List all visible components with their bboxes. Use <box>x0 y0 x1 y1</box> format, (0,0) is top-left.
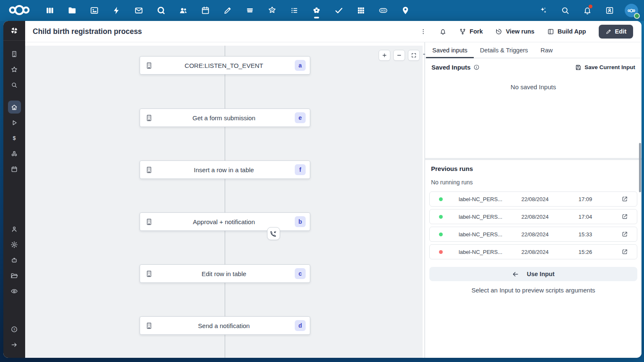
run-date: 22/08/2024 <box>512 214 558 220</box>
contacts-menu-button[interactable] <box>602 3 617 18</box>
info-icon[interactable] <box>473 64 480 70</box>
open-run-button[interactable] <box>613 213 637 220</box>
fit-view-button[interactable] <box>408 50 420 61</box>
sidebar-item-favorites[interactable] <box>8 63 21 76</box>
app-notes[interactable] <box>221 3 235 18</box>
flow-node-d[interactable]: Send a notificationd <box>140 316 310 335</box>
runs-list: label-NC_PERS...22/08/202417:09label-NC_… <box>429 191 637 262</box>
right-panel-tabs: Saved inputsDetails & TriggersRaw <box>425 42 641 58</box>
fork-label: Fork <box>470 28 483 35</box>
user-avatar[interactable] <box>625 4 638 17</box>
app-calendar[interactable] <box>198 3 213 18</box>
saved-inputs-section: Saved Inputs Save Current Input No saved… <box>425 58 641 158</box>
use-input-button[interactable]: Use Input <box>429 267 637 281</box>
run-label: label-NC_PERS... <box>449 231 512 238</box>
unified-search-button[interactable] <box>558 3 572 18</box>
sidebar-item-help[interactable]: ? <box>8 323 21 336</box>
dashboard-icon <box>45 6 55 15</box>
app-files[interactable] <box>65 3 79 18</box>
online-status-dot <box>634 13 640 19</box>
sidebar-item-runs[interactable] <box>8 116 21 129</box>
run-time: 15:26 <box>558 249 613 255</box>
building-icon <box>10 50 18 58</box>
help-icon: ? <box>10 326 18 333</box>
app-collectives[interactable]: C <box>265 3 279 18</box>
app-ocs[interactable]: OCS <box>376 3 390 18</box>
flow-node-b[interactable]: Approval + notificationb <box>140 212 310 231</box>
building-icon <box>145 62 153 70</box>
tab-saved-inputs[interactable]: Saved inputs <box>426 42 474 58</box>
search-icon <box>561 6 570 15</box>
app-tasks[interactable] <box>332 3 346 18</box>
nextcloud-topbar: COCS <box>0 0 644 21</box>
run-row[interactable]: label-NC_PERS...22/08/202417:09 <box>429 191 637 207</box>
no-running-runs-text: No running runs <box>431 179 637 186</box>
sidebar-item-variables[interactable]: $ <box>8 132 21 145</box>
sidebar-item-users[interactable] <box>8 223 21 236</box>
app-talk[interactable] <box>154 3 168 18</box>
app-forms[interactable] <box>287 3 301 18</box>
photos-icon <box>90 6 99 15</box>
app-maps[interactable] <box>398 3 413 18</box>
sidebar-item-expand-sidebar[interactable] <box>8 338 21 351</box>
build-app-label: Build App <box>558 28 586 35</box>
open-run-button[interactable] <box>613 231 637 238</box>
flow-canvas[interactable]: CORE:LISTEN_TO_EVENTaGet a form submissi… <box>25 42 424 358</box>
nextcloud-logo[interactable] <box>6 3 33 18</box>
sidebar-item-apps[interactable] <box>8 47 21 60</box>
app-dashboard[interactable] <box>43 3 57 18</box>
mail-icon <box>134 6 143 15</box>
app-windmill[interactable] <box>309 3 324 18</box>
previous-runs-heading: Previous runs <box>431 165 637 172</box>
arrow-left-icon <box>512 271 519 278</box>
mute-notifications-button[interactable] <box>439 28 447 35</box>
app-deck[interactable] <box>243 3 257 18</box>
sidebar-item-schedules[interactable] <box>8 163 21 176</box>
view-runs-button[interactable]: View runs <box>495 28 534 35</box>
svg-text:C: C <box>271 9 273 12</box>
run-row[interactable]: label-NC_PERS...22/08/202415:26 <box>429 244 637 259</box>
sidebar-item-search[interactable] <box>8 78 21 91</box>
flow-node-a[interactable]: CORE:LISTEN_TO_EVENTa <box>140 56 310 75</box>
run-row[interactable]: label-NC_PERS...22/08/202415:33 <box>429 227 637 242</box>
canvas-zoom-controls <box>379 50 420 61</box>
flow-node-f[interactable]: Insert a row in a tablef <box>140 160 310 179</box>
zoom-in-button[interactable] <box>379 50 390 61</box>
layout-icon <box>547 28 554 35</box>
flow-node-c[interactable]: Edit row in tablec <box>140 264 310 283</box>
zoom-out-button[interactable] <box>393 50 405 61</box>
calendar-line-icon <box>10 165 18 173</box>
sidebar-item-folders[interactable] <box>8 269 21 282</box>
app-contacts[interactable] <box>176 3 190 18</box>
sidebar-item-resources[interactable] <box>8 147 21 160</box>
open-run-button[interactable] <box>613 196 637 202</box>
sidebar-item-home[interactable] <box>8 101 21 114</box>
app-activity[interactable] <box>109 3 124 18</box>
open-run-button[interactable] <box>613 248 637 255</box>
flow-node-label: CORE:LISTEN_TO_EVENT <box>153 62 295 69</box>
more-options-button[interactable] <box>420 28 427 35</box>
run-time: 15:33 <box>558 231 613 238</box>
fork-button[interactable]: Fork <box>459 28 483 35</box>
app-mail[interactable] <box>132 3 146 18</box>
build-app-button[interactable]: Build App <box>547 28 586 35</box>
run-row[interactable]: label-NC_PERS...22/08/202417:04 <box>429 209 637 224</box>
sidebar-item-audit-logs[interactable] <box>8 285 21 298</box>
sidebar-item-workers[interactable] <box>8 254 21 267</box>
scrollbar-thumb[interactable] <box>639 143 641 192</box>
windmill-app-frame: $? Child birth registration process Fork… <box>3 21 641 358</box>
flow-surface[interactable]: CORE:LISTEN_TO_EVENTaGet a form submissi… <box>25 46 423 358</box>
save-current-input-button[interactable]: Save Current Input <box>575 64 635 71</box>
windmill-logo[interactable] <box>3 21 25 41</box>
app-photos[interactable] <box>87 3 101 18</box>
edit-button[interactable]: Edit <box>599 25 633 39</box>
assistant-button[interactable] <box>536 3 550 18</box>
flow-node-e[interactable]: Get a form submissione <box>140 109 310 127</box>
tab-raw[interactable]: Raw <box>534 42 559 58</box>
tab-details-triggers[interactable]: Details & Triggers <box>474 42 534 58</box>
content-row: CORE:LISTEN_TO_EVENTaGet a form submissi… <box>25 42 641 358</box>
app-tables[interactable] <box>354 3 368 18</box>
sidebar-item-settings[interactable] <box>8 238 21 251</box>
notifications-button[interactable] <box>580 3 595 18</box>
suspend-approval-badge[interactable] <box>267 227 280 240</box>
